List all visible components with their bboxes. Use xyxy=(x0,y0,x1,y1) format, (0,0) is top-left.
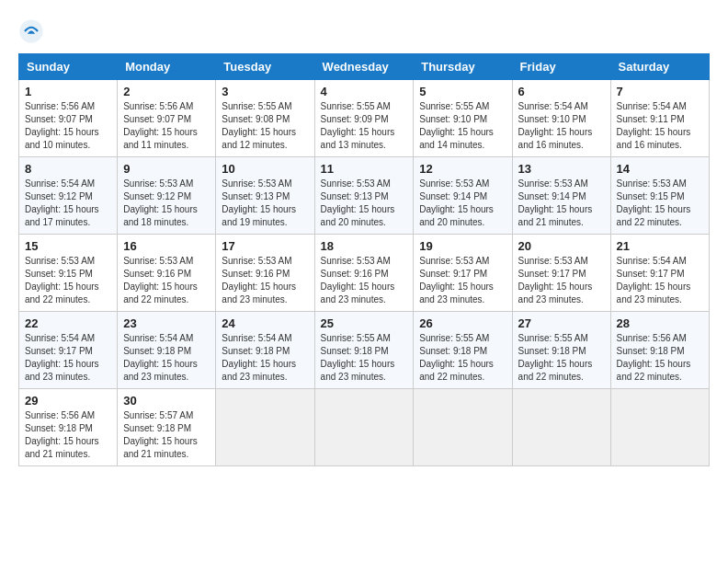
day-number: 28 xyxy=(617,316,703,330)
calendar-cell: 5Sunrise: 5:55 AM Sunset: 9:10 PM Daylig… xyxy=(414,80,512,157)
day-number: 15 xyxy=(25,239,111,253)
calendar-cell xyxy=(610,389,709,466)
day-number: 20 xyxy=(518,239,605,253)
day-info: Sunrise: 5:53 AM Sunset: 9:16 PM Dayligh… xyxy=(123,255,210,306)
day-info: Sunrise: 5:54 AM Sunset: 9:17 PM Dayligh… xyxy=(617,255,703,306)
day-number: 30 xyxy=(123,394,210,408)
day-number: 24 xyxy=(222,316,308,330)
calendar-cell: 11Sunrise: 5:53 AM Sunset: 9:13 PM Dayli… xyxy=(314,157,414,235)
calendar-week-1: 1Sunrise: 5:56 AM Sunset: 9:07 PM Daylig… xyxy=(19,80,710,157)
calendar-cell: 25Sunrise: 5:55 AM Sunset: 9:18 PM Dayli… xyxy=(314,312,414,389)
calendar-cell: 23Sunrise: 5:54 AM Sunset: 9:18 PM Dayli… xyxy=(118,312,216,389)
day-number: 5 xyxy=(419,85,506,98)
day-number: 25 xyxy=(321,316,408,330)
day-info: Sunrise: 5:55 AM Sunset: 9:18 PM Dayligh… xyxy=(321,332,408,384)
day-info: Sunrise: 5:53 AM Sunset: 9:15 PM Dayligh… xyxy=(25,255,111,306)
calendar-cell: 28Sunrise: 5:56 AM Sunset: 9:18 PM Dayli… xyxy=(610,312,709,389)
day-info: Sunrise: 5:53 AM Sunset: 9:14 PM Dayligh… xyxy=(419,178,506,229)
day-info: Sunrise: 5:53 AM Sunset: 9:13 PM Dayligh… xyxy=(222,178,308,229)
day-number: 6 xyxy=(518,85,605,98)
day-info: Sunrise: 5:53 AM Sunset: 9:16 PM Dayligh… xyxy=(222,255,308,306)
calendar-cell: 22Sunrise: 5:54 AM Sunset: 9:17 PM Dayli… xyxy=(19,312,118,389)
calendar-cell xyxy=(314,389,414,466)
calendar-week-2: 8Sunrise: 5:54 AM Sunset: 9:12 PM Daylig… xyxy=(19,157,710,235)
day-info: Sunrise: 5:53 AM Sunset: 9:12 PM Dayligh… xyxy=(123,178,210,229)
calendar-cell: 20Sunrise: 5:53 AM Sunset: 9:17 PM Dayli… xyxy=(512,235,610,312)
day-number: 3 xyxy=(222,85,308,98)
header xyxy=(18,18,710,44)
day-number: 16 xyxy=(123,239,210,253)
calendar-header-saturday: Saturday xyxy=(610,54,709,80)
day-info: Sunrise: 5:53 AM Sunset: 9:16 PM Dayligh… xyxy=(321,255,408,306)
day-info: Sunrise: 5:53 AM Sunset: 9:17 PM Dayligh… xyxy=(518,255,605,306)
calendar-cell: 13Sunrise: 5:53 AM Sunset: 9:14 PM Dayli… xyxy=(512,157,610,235)
day-number: 26 xyxy=(419,316,506,330)
day-info: Sunrise: 5:54 AM Sunset: 9:18 PM Dayligh… xyxy=(123,332,210,384)
calendar-cell xyxy=(216,389,314,466)
day-info: Sunrise: 5:57 AM Sunset: 9:18 PM Dayligh… xyxy=(123,409,210,461)
calendar-cell: 30Sunrise: 5:57 AM Sunset: 9:18 PM Dayli… xyxy=(118,389,216,466)
day-info: Sunrise: 5:54 AM Sunset: 9:11 PM Dayligh… xyxy=(617,100,703,152)
calendar-week-4: 22Sunrise: 5:54 AM Sunset: 9:17 PM Dayli… xyxy=(19,312,710,389)
calendar-cell: 6Sunrise: 5:54 AM Sunset: 9:10 PM Daylig… xyxy=(512,80,610,157)
day-number: 14 xyxy=(617,162,703,176)
calendar-cell: 4Sunrise: 5:55 AM Sunset: 9:09 PM Daylig… xyxy=(314,80,414,157)
day-number: 22 xyxy=(25,316,111,330)
day-number: 8 xyxy=(25,162,111,176)
day-number: 19 xyxy=(419,239,506,253)
calendar-cell: 17Sunrise: 5:53 AM Sunset: 9:16 PM Dayli… xyxy=(216,235,314,312)
calendar-week-5: 29Sunrise: 5:56 AM Sunset: 9:18 PM Dayli… xyxy=(19,389,710,466)
day-number: 29 xyxy=(25,394,111,408)
day-info: Sunrise: 5:56 AM Sunset: 9:07 PM Dayligh… xyxy=(25,100,111,152)
calendar-cell: 7Sunrise: 5:54 AM Sunset: 9:11 PM Daylig… xyxy=(610,80,709,157)
calendar-cell: 14Sunrise: 5:53 AM Sunset: 9:15 PM Dayli… xyxy=(610,157,709,235)
day-info: Sunrise: 5:56 AM Sunset: 9:18 PM Dayligh… xyxy=(617,332,703,384)
day-number: 7 xyxy=(617,85,703,98)
day-info: Sunrise: 5:54 AM Sunset: 9:17 PM Dayligh… xyxy=(25,332,111,384)
day-info: Sunrise: 5:55 AM Sunset: 9:18 PM Dayligh… xyxy=(518,332,605,384)
day-info: Sunrise: 5:56 AM Sunset: 9:07 PM Dayligh… xyxy=(123,100,210,152)
calendar-cell: 27Sunrise: 5:55 AM Sunset: 9:18 PM Dayli… xyxy=(512,312,610,389)
day-info: Sunrise: 5:55 AM Sunset: 9:10 PM Dayligh… xyxy=(419,100,506,152)
calendar-cell: 29Sunrise: 5:56 AM Sunset: 9:18 PM Dayli… xyxy=(19,389,118,466)
calendar-header-row: SundayMondayTuesdayWednesdayThursdayFrid… xyxy=(19,54,710,80)
day-number: 11 xyxy=(321,162,408,176)
day-info: Sunrise: 5:53 AM Sunset: 9:13 PM Dayligh… xyxy=(321,178,408,229)
day-info: Sunrise: 5:55 AM Sunset: 9:08 PM Dayligh… xyxy=(222,100,308,152)
day-number: 2 xyxy=(123,85,210,98)
calendar-header-monday: Monday xyxy=(118,54,216,80)
day-info: Sunrise: 5:54 AM Sunset: 9:18 PM Dayligh… xyxy=(222,332,308,384)
day-number: 10 xyxy=(222,162,308,176)
calendar-cell: 12Sunrise: 5:53 AM Sunset: 9:14 PM Dayli… xyxy=(414,157,512,235)
day-info: Sunrise: 5:54 AM Sunset: 9:12 PM Dayligh… xyxy=(25,178,111,229)
day-number: 17 xyxy=(222,239,308,253)
calendar-header-sunday: Sunday xyxy=(19,54,118,80)
calendar-cell: 26Sunrise: 5:55 AM Sunset: 9:18 PM Dayli… xyxy=(414,312,512,389)
day-number: 13 xyxy=(518,162,605,176)
calendar-cell: 15Sunrise: 5:53 AM Sunset: 9:15 PM Dayli… xyxy=(19,235,118,312)
calendar-cell xyxy=(414,389,512,466)
logo-icon xyxy=(18,18,44,44)
day-info: Sunrise: 5:55 AM Sunset: 9:18 PM Dayligh… xyxy=(419,332,506,384)
calendar-cell: 21Sunrise: 5:54 AM Sunset: 9:17 PM Dayli… xyxy=(610,235,709,312)
calendar-week-3: 15Sunrise: 5:53 AM Sunset: 9:15 PM Dayli… xyxy=(19,235,710,312)
calendar-header-friday: Friday xyxy=(512,54,610,80)
calendar-header-thursday: Thursday xyxy=(414,54,512,80)
day-number: 4 xyxy=(321,85,408,98)
day-info: Sunrise: 5:54 AM Sunset: 9:10 PM Dayligh… xyxy=(518,100,605,152)
day-info: Sunrise: 5:55 AM Sunset: 9:09 PM Dayligh… xyxy=(321,100,408,152)
day-number: 9 xyxy=(123,162,210,176)
day-number: 12 xyxy=(419,162,506,176)
day-number: 21 xyxy=(617,239,703,253)
calendar-header-tuesday: Tuesday xyxy=(216,54,314,80)
calendar-cell: 19Sunrise: 5:53 AM Sunset: 9:17 PM Dayli… xyxy=(414,235,512,312)
calendar-header-wednesday: Wednesday xyxy=(314,54,414,80)
calendar-cell: 9Sunrise: 5:53 AM Sunset: 9:12 PM Daylig… xyxy=(118,157,216,235)
logo xyxy=(18,18,48,44)
calendar-cell: 8Sunrise: 5:54 AM Sunset: 9:12 PM Daylig… xyxy=(19,157,118,235)
calendar-cell xyxy=(512,389,610,466)
day-info: Sunrise: 5:53 AM Sunset: 9:14 PM Dayligh… xyxy=(518,178,605,229)
day-info: Sunrise: 5:53 AM Sunset: 9:15 PM Dayligh… xyxy=(617,178,703,229)
calendar-table: SundayMondayTuesdayWednesdayThursdayFrid… xyxy=(18,53,710,466)
day-number: 23 xyxy=(123,316,210,330)
